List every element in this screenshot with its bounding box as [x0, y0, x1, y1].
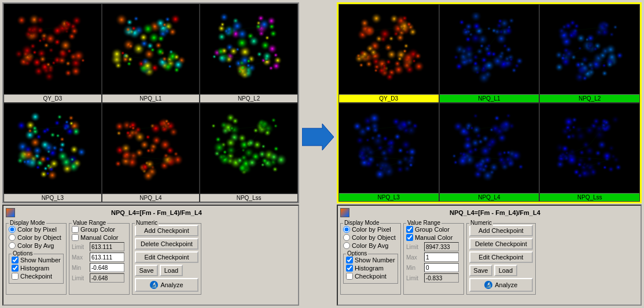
arrow-container — [301, 123, 334, 151]
left-radio-object-input[interactable] — [9, 234, 16, 241]
right-display-mode-label: Display Mode — [343, 220, 381, 226]
left-check-histogram-label: Histogram — [20, 265, 49, 272]
left-radio-pixel-label: Color by Pixel — [17, 226, 57, 233]
right-check-groupcolor-label: Group Color — [415, 226, 450, 233]
left-label-npq-lss: NPQ_Lss — [200, 194, 297, 202]
right-cell-npq-l1: NPQ_L1 — [439, 4, 540, 103]
left-limit-top-input[interactable] — [90, 242, 124, 251]
left-numeric-label: Numeric — [135, 220, 159, 226]
right-radio-avg-input[interactable] — [343, 242, 350, 249]
right-add-checkpoint-button[interactable]: Add Checkpoint — [469, 225, 533, 236]
right-check-histogram-input[interactable] — [346, 265, 353, 272]
left-label-npq-l1: NPQ_L1 — [102, 94, 200, 102]
left-radio-avg-input[interactable] — [9, 242, 16, 249]
right-image-npq-l3 — [339, 103, 439, 193]
left-image-npq-lss — [200, 103, 297, 194]
left-check-checkpoint-label: Checkpoint — [20, 273, 52, 280]
right-limit-top-input[interactable] — [424, 242, 459, 251]
right-limit-top-label: Limit — [406, 244, 422, 250]
left-control-title: NPQ_L4=[Fm - Fm_L4)/Fm_L4 — [17, 209, 296, 216]
left-cell-qy-d3: QY_D3 — [3, 3, 102, 103]
left-panel: QY_D3 NPQ_L1 NPQ_L2 NPQ_L3 — [2, 2, 299, 306]
right-options-label: Options — [346, 250, 368, 257]
right-cell-qy-d3: QY_D3 — [338, 4, 439, 103]
right-label-npq-l1: NPQ_L1 — [440, 94, 539, 102]
right-check-shownumber: Show Number — [346, 257, 395, 264]
right-delete-checkpoint-button[interactable]: Delete Checkpoint — [469, 238, 533, 250]
left-image-npq-l3 — [4, 103, 101, 194]
left-check-shownumber: Show Number — [12, 257, 61, 264]
right-load-button[interactable]: Load — [494, 265, 517, 276]
right-check-shownumber-input[interactable] — [346, 257, 353, 264]
right-edit-checkpoint-button[interactable]: Edit Checkpoint — [469, 251, 533, 263]
right-check-checkpoint-label: Checkpoint — [355, 273, 387, 280]
left-max-input[interactable] — [90, 253, 124, 262]
right-analyze-button[interactable]: 🔬 Analyze — [469, 278, 533, 292]
right-check-checkpoint-input[interactable] — [346, 273, 353, 280]
right-check-manualcolor-input[interactable] — [406, 234, 413, 241]
right-min-label: Min — [406, 265, 422, 271]
left-max-row: Max — [72, 253, 127, 262]
left-min-input[interactable] — [90, 263, 124, 272]
left-delete-checkpoint-button[interactable]: Delete Checkpoint — [135, 238, 198, 250]
left-label-qy-d3: QY_D3 — [4, 94, 101, 102]
right-radio-avg: Color By Avg — [343, 242, 398, 249]
left-min-label: Min — [72, 265, 88, 271]
left-edit-checkpoint-button[interactable]: Edit Checkpoint — [135, 251, 198, 263]
left-check-manualcolor-input[interactable] — [72, 234, 79, 241]
right-check-manualcolor-label: Manual Color — [415, 234, 452, 241]
right-limit-bottom-input[interactable] — [424, 273, 459, 283]
left-check-histogram-input[interactable] — [12, 265, 19, 272]
left-save-button[interactable]: Save — [135, 265, 158, 276]
right-value-range-group: Value Range Group Color Manual Color Lim… — [403, 223, 464, 295]
right-max-label: Max — [406, 254, 422, 261]
right-radio-pixel-input[interactable] — [343, 226, 350, 233]
right-check-groupcolor: Group Color — [406, 226, 461, 233]
left-add-checkpoint-button[interactable]: Add Checkpoint — [135, 225, 198, 236]
left-options-group: Options Show Number Histogram Checkpoint — [9, 254, 64, 284]
right-save-button[interactable]: Save — [469, 265, 492, 276]
left-check-shownumber-input[interactable] — [12, 257, 19, 264]
right-numeric-group: Numeric Add Checkpoint Delete Checkpoint… — [466, 223, 536, 295]
right-max-input[interactable] — [424, 253, 459, 262]
right-image-npq-l4 — [440, 103, 539, 193]
right-title-bar: NPQ_L4=[Fm - Fm_L4)/Fm_L4 — [340, 208, 638, 217]
right-arrow-icon — [302, 123, 334, 151]
left-cell-npq-lss: NPQ_Lss — [200, 103, 298, 202]
left-check-groupcolor-input[interactable] — [72, 226, 79, 233]
right-check-groupcolor-input[interactable] — [406, 226, 413, 233]
right-radio-object-input[interactable] — [343, 234, 350, 241]
right-min-input[interactable] — [424, 263, 459, 272]
right-limit-bottom-label: Limit — [406, 275, 422, 281]
left-radio-pixel-input[interactable] — [9, 226, 16, 233]
right-control-body: Display Mode Color by Pixel Color by Obj… — [340, 220, 638, 295]
left-analyze-button[interactable]: 🔬 Analyze — [135, 278, 198, 292]
right-label-npq-l4: NPQ_L4 — [440, 193, 539, 201]
left-cell-npq-l3: NPQ_L3 — [3, 103, 102, 202]
left-analyze-label: Analyze — [160, 281, 183, 288]
left-check-checkpoint-input[interactable] — [12, 273, 19, 280]
right-radio-object-label: Color by Object — [352, 234, 396, 241]
right-value-range-label: Value Range — [406, 220, 441, 226]
right-radio-pixel-label: Color by Pixel — [352, 226, 391, 233]
left-image-npq-l1 — [102, 4, 200, 94]
left-radio-avg: Color By Avg — [9, 242, 64, 249]
left-options-label: Options — [12, 250, 34, 257]
left-radio-avg-label: Color By Avg — [17, 242, 54, 249]
right-image-npq-l2 — [540, 5, 639, 94]
left-load-button[interactable]: Load — [160, 265, 183, 276]
left-limit-top-label: Limit — [72, 244, 88, 250]
left-limit-bottom-input[interactable] — [90, 273, 124, 283]
main-container: QY_D3 NPQ_L1 NPQ_L2 NPQ_L3 — [0, 0, 644, 308]
left-max-label: Max — [72, 254, 88, 261]
right-radio-avg-label: Color By Avg — [352, 242, 388, 249]
right-label-npq-l3: NPQ_L3 — [339, 193, 439, 201]
right-image-grid: QY_D3 NPQ_L1 NPQ_L2 NPQ_L3 — [337, 2, 642, 203]
left-value-range-group: Value Range Group Color Manual Color Lim… — [69, 223, 130, 295]
left-control-panel: NPQ_L4=[Fm - Fm_L4)/Fm_L4 Display Mode C… — [2, 205, 299, 306]
left-radio-pixel: Color by Pixel — [9, 226, 64, 233]
right-app-icon — [340, 208, 349, 217]
right-label-npq-l2: NPQ_L2 — [540, 94, 639, 102]
right-cell-npq-lss: NPQ_Lss — [539, 103, 640, 202]
right-save-load-row: Save Load — [469, 265, 533, 276]
